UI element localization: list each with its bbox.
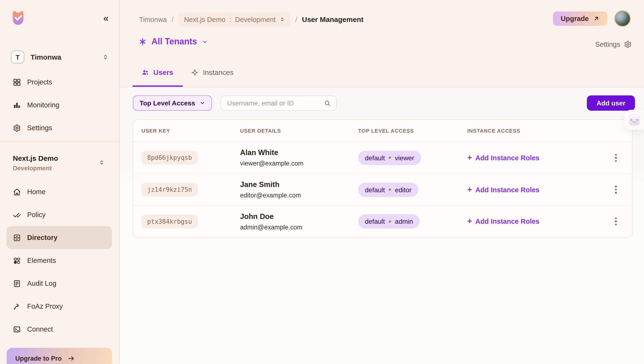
sidebar-item-policy[interactable]: Policy [7,203,112,226]
breadcrumb-page: User Management [302,15,364,23]
row-menu-kebab-icon[interactable] [613,152,619,164]
sidebar-item-projects[interactable]: Projects [7,71,112,94]
column-header-instance-access: INSTANCE ACCESS [467,128,606,134]
bar-chart-icon [13,101,21,109]
users-table: USER KEY USER DETAILS TOP LEVEL ACCESS I… [133,119,632,238]
search-icon [324,99,331,107]
tab-label: Users [154,68,173,76]
dot-separator [389,220,391,223]
top-level-access-filter[interactable]: Top Level Access [133,95,212,111]
breadcrumb-separator: / [295,16,297,23]
upgrade-button[interactable]: Upgrade [553,12,607,26]
column-header-user-details: USER DETAILS [240,128,358,134]
add-instance-roles-label: Add Instance Roles [476,218,540,225]
active-tab-indicator [132,85,183,87]
asterisk-icon [138,38,147,46]
feedback-face: >‿< [630,117,639,122]
sidebar-item-label: Monitoring [27,101,59,109]
search-box [220,95,336,111]
user-name: John Doe [240,212,358,221]
project-name: Next.js Demo [13,154,108,163]
breadcrumb-project: Next.js Demo [184,16,226,23]
add-instance-roles-label: Add Instance Roles [476,154,540,162]
user-key-chip: ptx384krbgsu [142,215,198,228]
sidebar-item-monitoring[interactable]: Monitoring [7,94,112,116]
sidebar-item-directory[interactable]: Directory [7,226,112,249]
tenant-name: default [365,186,385,194]
tab-instances[interactable]: Instances [191,68,234,76]
workspace-name: Timonwa [30,53,102,61]
main-area: Timonwa / Next.js Demo : Development / U… [120,0,644,364]
add-instance-roles-link[interactable]: + Add Instance Roles [467,154,540,162]
chevron-up-down-icon [98,159,105,165]
sidebar-item-label: Audit Log [27,280,56,287]
home-icon [13,188,21,196]
project-environment: Development [13,164,108,172]
workspace-selector[interactable]: T Timonwa [11,51,108,63]
feedback-face-button[interactable]: >‿< [629,114,640,125]
chevron-up-down-icon [280,17,285,22]
project-selector[interactable]: Next.js Demo Development [13,154,108,172]
sidebar-item-settings[interactable]: Settings [7,116,112,139]
table-row: jz14r9kzi75n Jane Smith editor@example.c… [133,174,632,206]
sidebar-item-connect[interactable]: Connect [7,318,112,341]
user-email: editor@example.com [240,191,358,200]
tenant-name: default [365,154,385,162]
project-nav: Home Policy Directory Elements [0,180,119,341]
cabinet-icon [13,234,21,242]
terminal-icon [13,325,21,333]
breadcrumb-workspace[interactable]: Timonwa [139,16,167,23]
row-menu-kebab-icon[interactable] [613,216,619,227]
sidebar-item-label: Connect [27,325,53,333]
header-actions: Upgrade [553,11,631,27]
user-name: Jane Smith [240,180,358,189]
feedback-widget-tab: >‿< [624,110,644,130]
sidebar-item-elements[interactable]: Elements [7,249,112,272]
sidebar-item-audit-log[interactable]: Audit Log [7,272,112,295]
plus-icon: + [467,185,472,194]
tenant-name: default [365,218,385,225]
arrow-right-icon [68,355,74,362]
tab-users[interactable]: Users [142,68,173,76]
document-icon [13,279,21,287]
role-pill: default admin [358,214,420,229]
column-header-user-key: USER KEY [142,128,240,134]
upgrade-to-pro-card[interactable]: Upgrade to Pro [7,348,112,364]
plus-icon: + [467,154,472,162]
search-input[interactable] [226,99,324,107]
sidebar-item-home[interactable]: Home [7,180,112,203]
sidebar-divider [0,141,119,142]
plus-icon: + [467,217,472,225]
chevron-down-icon [199,100,205,106]
sidebar-item-label: FoAz Proxy [27,302,63,310]
row-menu-kebab-icon[interactable] [613,184,619,196]
add-instance-roles-link[interactable]: + Add Instance Roles [467,186,540,194]
breadcrumb-separator: / [172,16,174,23]
sidebar: « T Timonwa Projects Monitoring [0,0,120,364]
settings-link[interactable]: Settings [595,41,632,48]
sparkle-icon [191,68,199,76]
user-key-chip: 8pd66jkpyqsb [142,151,198,165]
workspace-nav: Projects Monitoring Settings [0,71,119,139]
tenant-selector[interactable]: All Tenants [138,37,208,47]
filter-label: Top Level Access [140,99,195,107]
workspace-initial-badge: T [11,51,24,63]
chevron-up-down-icon [102,54,108,60]
user-avatar[interactable] [614,11,631,27]
column-header-top-level-access: TOP LEVEL ACCESS [358,128,467,134]
dot-separator [389,189,391,191]
content-area: Top Level Access Add user USER [120,87,644,364]
arrow-up-right-icon [593,15,600,22]
shapes-icon [13,256,21,265]
app-screen: « T Timonwa Projects Monitoring [0,0,644,364]
breadcrumb-project-env-pill[interactable]: Next.js Demo : Development [178,13,290,26]
gear-icon [624,41,632,48]
role-pill: default viewer [358,151,421,165]
sidebar-item-label: Projects [27,78,52,86]
add-user-button[interactable]: Add user [587,95,635,111]
table-header-row: USER KEY USER DETAILS TOP LEVEL ACCESS I… [133,120,632,142]
sidebar-collapse-icon[interactable]: « [103,13,108,23]
sidebar-item-foaz-proxy[interactable]: FoAz Proxy [7,295,112,318]
add-instance-roles-link[interactable]: + Add Instance Roles [467,218,540,225]
add-user-label: Add user [596,99,626,107]
